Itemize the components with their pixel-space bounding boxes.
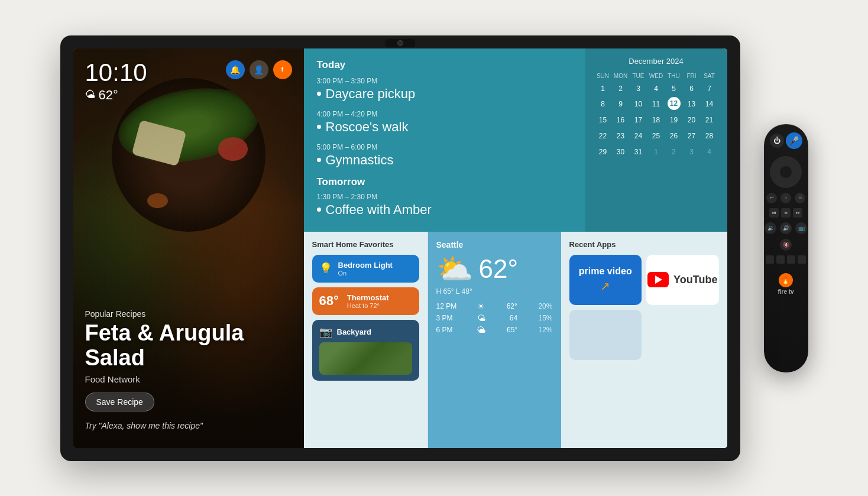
right-panel: Today 3:00 PM – 3:30 PM Daycare pickup 4…	[304, 48, 727, 448]
cal-day-6[interactable]: 6	[684, 82, 700, 96]
calendar-grid: SUN MON TUE WED THU FRI SAT 1 2 3 4 5	[595, 72, 718, 160]
cal-day-9[interactable]: 9	[613, 97, 629, 112]
weather-location: Seattle	[436, 240, 553, 249]
cal-day-29[interactable]: 29	[595, 145, 611, 160]
cal-day-31[interactable]: 31	[630, 145, 647, 160]
remote-nav-ring[interactable]	[770, 156, 802, 188]
cal-day-24[interactable]: 24	[630, 129, 647, 144]
cal-day-5[interactable]: 5	[666, 82, 682, 96]
forecast-row-3pm: 3 PM 🌤 64 15%	[436, 313, 553, 323]
device-backyard[interactable]: 📷 Backyard	[312, 320, 419, 381]
device-bedroom-light[interactable]: 💡 Bedroom Light On	[312, 255, 419, 283]
recipe-title: Feta & Arugula Salad	[85, 321, 292, 371]
cal-day-28[interactable]: 28	[701, 129, 718, 144]
app-prime-video[interactable]: prime video ↗	[569, 255, 642, 305]
firetv-icon[interactable]: f	[273, 60, 292, 79]
top-icons: 🔔 👤 f	[226, 60, 292, 79]
cal-day-22[interactable]: 22	[595, 129, 611, 144]
event-time-2: 4:00 PM – 4:20 PM	[317, 110, 572, 118]
device-light-name: Bedroom Light	[338, 261, 412, 270]
event-name-4: Coffee with Amber	[317, 202, 572, 218]
cal-day-12-today[interactable]: 12	[668, 97, 681, 110]
prime-arrow-icon: ↗	[600, 279, 610, 293]
remote-menu-button[interactable]: ☰	[795, 193, 805, 203]
event-label-3: Gymnastics	[326, 153, 394, 168]
remote-app-btn-1[interactable]	[766, 255, 774, 264]
device-light-info: Bedroom Light On	[338, 261, 412, 277]
remote-home-button[interactable]: ⌂	[780, 193, 791, 203]
remote-play-pause-button[interactable]: ⏯	[781, 208, 791, 218]
cal-day-7[interactable]: 7	[701, 82, 718, 96]
cal-header-wed: WED	[648, 72, 665, 80]
remote-app-btn-4[interactable]	[798, 255, 806, 264]
device-thermostat-info: Thermostat Heat to 72°	[347, 293, 412, 309]
remote-app-btn-2[interactable]	[776, 255, 785, 264]
remote-nav-center[interactable]	[780, 166, 792, 178]
cal-day-13[interactable]: 13	[684, 97, 700, 112]
alexa-hint: Try "Alexa, show me this recipe"	[85, 421, 292, 430]
remote-control: ⏻ 🎤 ↩ ⌂ ☰ ⏮ ⏯ ⏭ 🔉 🔊 📺 🔇	[764, 124, 808, 372]
notification-icon[interactable]: 🔔	[226, 60, 245, 79]
remote-app-buttons	[766, 255, 806, 264]
event-time-4: 1:30 PM – 2:30 PM	[317, 193, 572, 201]
cal-day-11[interactable]: 11	[648, 97, 665, 112]
event-dot-3	[317, 158, 321, 162]
youtube-logo-icon	[647, 272, 669, 287]
cal-day-25[interactable]: 25	[648, 129, 665, 144]
remote-vol-up-button[interactable]: 🔊	[780, 222, 792, 234]
remote-power-button[interactable]: ⏻	[770, 134, 784, 148]
cal-day-20[interactable]: 20	[684, 113, 700, 128]
cal-day-18[interactable]: 18	[648, 113, 665, 128]
remote-app-btn-3[interactable]	[787, 255, 795, 264]
remote-back-button[interactable]: ↩	[766, 193, 777, 203]
cal-day-21[interactable]: 21	[701, 113, 718, 128]
cal-day-15[interactable]: 15	[595, 113, 611, 128]
tv-frame: 10:10 🌤 62° 🔔 👤	[60, 35, 740, 461]
agenda-event-1: 3:00 PM – 3:30 PM Daycare pickup	[317, 77, 572, 102]
light-bulb-icon: 💡	[319, 262, 332, 275]
cal-day-next-4[interactable]: 4	[701, 145, 718, 160]
remote-vol-down-button[interactable]: 🔉	[765, 222, 776, 234]
cal-day-26[interactable]: 26	[666, 129, 682, 144]
youtube-label: YouTube	[673, 274, 717, 286]
cal-day-19[interactable]: 19	[666, 113, 682, 128]
cal-day-next-1[interactable]: 1	[648, 145, 665, 160]
forecast-precip-6pm: 12%	[532, 326, 552, 334]
event-label-4: Coffee with Amber	[326, 202, 432, 218]
avatar-icon[interactable]: 👤	[250, 60, 268, 79]
camera-icon: 📷	[319, 326, 332, 339]
event-label-2: Roscoe's walk	[326, 119, 409, 135]
remote-tv-button[interactable]: 📺	[795, 222, 807, 234]
forecast-time-12pm: 12 PM	[436, 302, 463, 310]
cal-day-23[interactable]: 23	[613, 129, 629, 144]
app-youtube[interactable]: YouTube	[646, 255, 719, 305]
recipe-label: Popular Recipes	[85, 309, 292, 319]
save-recipe-button[interactable]: Save Recipe	[85, 393, 154, 411]
remote-mute-button[interactable]: 🔇	[780, 239, 792, 251]
remote-fast-forward-button[interactable]: ⏭	[793, 208, 802, 218]
cal-day-30[interactable]: 30	[613, 145, 629, 160]
cal-day-8[interactable]: 8	[595, 97, 611, 112]
cal-day-4[interactable]: 4	[648, 82, 665, 96]
cal-day-3[interactable]: 3	[630, 82, 647, 96]
remote-mic-button[interactable]: 🎤	[786, 132, 802, 149]
cal-day-2[interactable]: 2	[613, 82, 629, 96]
weather-display: 🌤 62°	[85, 87, 147, 103]
forecast-temp-6pm: 65°	[500, 326, 517, 334]
device-thermostat[interactable]: 68° Thermostat Heat to 72°	[312, 287, 419, 315]
app-placeholder-1[interactable]	[569, 310, 642, 360]
cal-day-1[interactable]: 1	[595, 82, 611, 96]
cal-day-14[interactable]: 14	[701, 97, 718, 112]
cal-day-27[interactable]: 27	[684, 129, 700, 144]
cal-day-next-2[interactable]: 2	[666, 145, 682, 160]
cal-day-10[interactable]: 10	[630, 97, 647, 112]
weather-hi-lo: H 65° L 48°	[436, 287, 553, 296]
device-light-status: On	[338, 270, 412, 277]
remote-rewind-button[interactable]: ⏮	[769, 208, 779, 218]
cal-day-next-3[interactable]: 3	[684, 145, 700, 160]
remote-nav-btn-row: ↩ ⌂ ☰	[766, 193, 805, 203]
cal-day-17[interactable]: 17	[630, 113, 647, 128]
weather-lo: L 48°	[456, 287, 472, 296]
firetv-logo: 🔥 fire tv	[778, 273, 793, 295]
cal-day-16[interactable]: 16	[613, 113, 629, 128]
